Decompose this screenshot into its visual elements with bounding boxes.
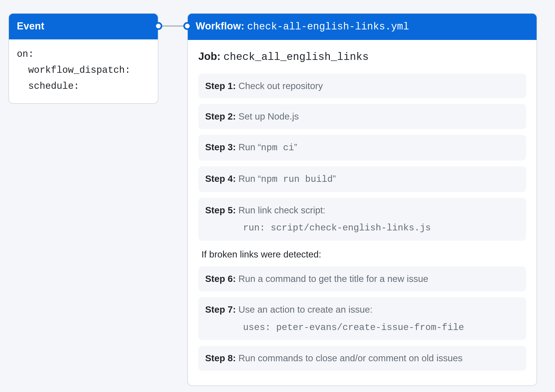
- step: Step 4: Run “npm run build”: [198, 166, 526, 192]
- step: Step 5: Run link check script:run: scrip…: [198, 198, 526, 241]
- job-title: Job: check_all_english_links: [198, 50, 526, 63]
- step-label: Step 2:: [205, 111, 236, 121]
- step: Step 6: Run a command to get the title f…: [198, 266, 526, 291]
- step-label: Step 8:: [205, 353, 236, 363]
- step-desc: Run “npm ci”: [236, 142, 297, 152]
- step: Step 3: Run “npm ci”: [198, 135, 526, 161]
- job-name: check_all_english_links: [224, 51, 369, 63]
- step-desc: Run a command to get the title for a new…: [236, 274, 428, 284]
- workflow-header: Workflow: check-all-english-links.yml: [188, 14, 537, 40]
- workflow-body: Job: check_all_english_links Step 1: Che…: [188, 40, 537, 386]
- condition-text: If broken links were detected:: [201, 249, 526, 260]
- step: Step 7: Use an action to create an issue…: [198, 297, 526, 340]
- workflow-title-label: Workflow:: [196, 20, 247, 32]
- connector-line: [158, 25, 187, 27]
- event-title: Event: [17, 20, 44, 32]
- step-label: Step 3:: [205, 142, 236, 152]
- step-desc: Set up Node.js: [236, 111, 299, 121]
- step-label: Step 5:: [205, 205, 236, 215]
- step-extra: uses: peter-evans/create-issue-from-file: [205, 321, 519, 334]
- step-label: Step 7:: [205, 304, 236, 314]
- event-header: Event: [9, 14, 158, 39]
- step-label: Step 4:: [205, 173, 236, 184]
- step-desc: Run commands to close and/or comment on …: [236, 353, 463, 363]
- step-label: Step 6:: [205, 274, 236, 284]
- step: Step 8: Run commands to close and/or com…: [198, 346, 526, 371]
- step-desc: Use an action to create an issue:: [236, 304, 372, 314]
- workflow-box: Workflow: check-all-english-links.yml Jo…: [187, 13, 537, 386]
- step: Step 1: Check out repository: [198, 74, 526, 99]
- workflow-filename: check-all-english-links.yml: [247, 21, 409, 32]
- workflow-diagram: Event on: workflow_dispatch: schedule: W…: [8, 13, 547, 386]
- step-desc: Check out repository: [236, 81, 323, 91]
- event-box: Event on: workflow_dispatch: schedule:: [8, 13, 158, 104]
- step-extra: run: script/check-english-links.js: [205, 221, 519, 235]
- step-desc: Run link check script:: [236, 205, 325, 215]
- step: Step 2: Set up Node.js: [198, 104, 526, 129]
- connector-dot-right: [183, 22, 191, 30]
- step-desc: Run “npm run build”: [236, 173, 336, 184]
- job-label: Job:: [198, 50, 224, 62]
- step-label: Step 1:: [205, 81, 236, 91]
- event-body: on: workflow_dispatch: schedule:: [9, 39, 158, 104]
- connector-dot-left: [154, 22, 162, 30]
- connector: [158, 13, 187, 39]
